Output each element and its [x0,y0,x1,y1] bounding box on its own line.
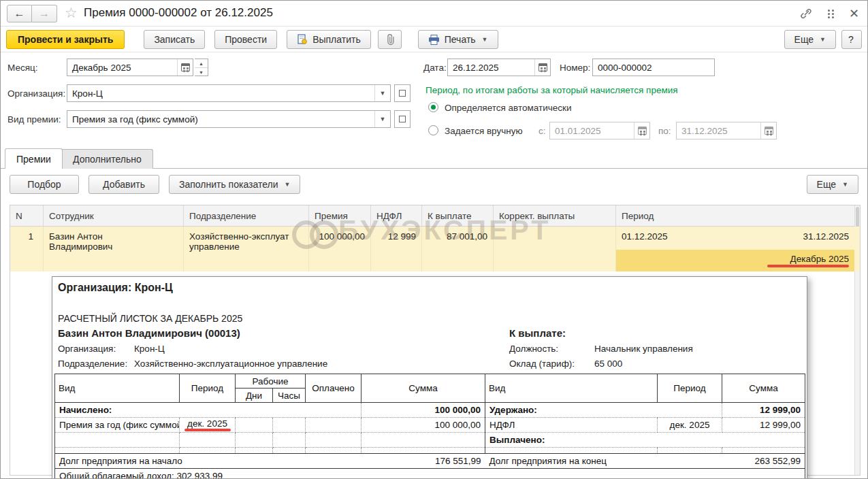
date-label: Дата: [423,63,447,73]
cell-ndfl[interactable]: 12 999 [371,227,422,271]
document-window: ← → ☆ Премия 0000-000002 от 26.12.2025 ✕… [0,0,868,479]
organization-open-button[interactable] [394,84,411,102]
stepper-down-icon[interactable]: ▼ [195,68,208,77]
bonus-type-label: Вид премии: [7,114,61,125]
ps-col-paid: Оплачено [306,374,361,403]
period-from-calendar-button[interactable] [634,122,649,139]
post-and-close-button[interactable]: Провести и закрыть [6,30,125,49]
ps-accrued-total: 100 000,00 [361,403,485,418]
red-underline-annotation [184,429,231,431]
month-calendar-button[interactable] [177,59,193,76]
calendar-icon [638,127,647,135]
organization-field[interactable]: Крон-Ц ▼ [67,84,391,102]
bonus-type-field[interactable]: Премия за год (фикс суммой) ▼ [67,110,391,128]
chevron-down-icon: ▼ [285,181,291,188]
attachments-button[interactable] [378,30,402,49]
nav-history-group: ← → [7,5,57,22]
bonus-type-open-button[interactable] [394,110,411,128]
payslip-table: Вид Период Рабочие Оплачено Сумма Вид Пе… [54,374,805,479]
cell-period[interactable]: 01.12.2025 31.12.2025 Декабрь 2025 [616,227,854,271]
cell-employee[interactable]: Базин Антон Владимирович [44,227,184,271]
period-to-calendar-button[interactable] [760,122,776,139]
grid-toolbar: Подбор Добавить Заполнить показатели ▼ Е… [10,175,858,198]
table-row[interactable]: 1 Базин Антон Владимирович Хозяйственно-… [10,227,860,271]
payslip-dept-label: Подразделение: [58,359,127,369]
payslip-salary-label: Оклад (тариф): [509,359,575,369]
cell-to-pay[interactable]: 87 001,00 [422,227,494,271]
ps-taxable-total: Общий облагаемый доход: 302 933,99 [55,469,805,479]
open-in-form-icon [399,116,406,122]
add-button[interactable]: Добавить [89,175,159,194]
ps-col-period: Период [180,374,236,403]
col-header-ndfl[interactable]: НДФЛ [371,205,422,226]
col-header-pay-correction[interactable]: Коррект. выплаты [494,205,616,226]
date-field[interactable]: 26.12.2025 [447,59,551,76]
toolbar-more-button[interactable]: Еще ▼ [784,30,836,49]
ps-accrual-name: Премия за год (фикс суммой) [55,418,180,433]
col-header-department[interactable]: Подразделение [184,205,309,226]
period-to-label: по: [658,126,671,136]
bonus-type-dropdown-button[interactable]: ▼ [374,111,390,127]
period-manual-radio[interactable] [428,125,438,135]
calendar-icon [765,127,773,135]
chevron-down-icon: ▼ [380,116,386,122]
cell-pay-correction[interactable] [494,227,616,271]
tab-bonuses[interactable]: Премии [5,148,63,169]
col-header-period[interactable]: Период [616,205,854,226]
write-button[interactable]: Записать [144,30,205,49]
period-auto-radio[interactable] [428,102,438,112]
period-from-field[interactable]: 01.01.2025 [549,122,650,139]
payslip-position-label: Должность: [509,344,558,354]
close-icon[interactable]: ✕ [849,7,859,20]
payslip-window: Организация: Крон-Ц РАСЧЕТНЫЙ ЛИСТОК ЗА … [52,276,807,479]
month-field[interactable]: Декабрь 2025 [67,59,193,76]
ps-col-period2: Период [658,374,722,403]
post-button[interactable]: Провести [214,30,277,49]
grid-more-button[interactable]: Еще ▼ [807,175,858,194]
pay-button[interactable]: Выплатить [287,30,371,49]
tab-additional[interactable]: Дополнительно [61,149,153,169]
cell-department[interactable]: Хозяйственно-эксплуат управление [184,227,309,271]
more-menu-icon[interactable] [828,10,834,18]
number-field[interactable]: 0000-000002 [592,59,715,76]
ps-accrual-period: дек. 2025 [180,418,236,433]
back-arrow-icon: ← [14,7,25,20]
cell-period-to[interactable]: 31.12.2025 [803,231,849,250]
payslip-org-label: Организация: [58,344,116,354]
ps-withheld-total: 12 999,00 [722,403,805,418]
date-calendar-button[interactable] [534,59,550,76]
payslip-position-value: Начальник управления [594,344,693,354]
chevron-down-icon: ▼ [842,181,848,188]
link-icon[interactable] [799,7,813,20]
title-bar: ← → ☆ Премия 0000-000002 от 26.12.2025 ✕ [1,1,867,27]
cell-period-from[interactable]: 01.12.2025 [622,231,668,250]
ps-col-days: Дни [236,389,273,403]
stepper-up-icon[interactable]: ▲ [195,59,208,68]
calendar-icon [539,63,547,71]
period-section-title: Период, по итогам работы за который начи… [425,85,678,95]
forward-button[interactable]: → [32,5,57,22]
period-to-field[interactable]: 31.12.2025 [676,122,777,139]
month-stepper[interactable]: ▲ ▼ [195,59,208,76]
organization-dropdown-button[interactable]: ▼ [374,85,390,101]
table-header-row: N Сотрудник Подразделение Премия НДФЛ К … [10,205,860,227]
col-header-employee[interactable]: Сотрудник [44,205,184,226]
cell-bonus[interactable]: 100 000,00 [309,227,371,271]
cell-n[interactable]: 1 [10,227,44,271]
col-header-bonus[interactable]: Премия [309,205,371,226]
col-header-to-pay[interactable]: К выплате [422,205,494,226]
col-header-n[interactable]: N [10,205,44,226]
ps-withheld-label: Удержано: [485,403,722,418]
ps-col-sum2: Сумма [722,374,805,403]
print-button[interactable]: Печать ▼ [418,30,498,49]
fill-indicators-button[interactable]: Заполнить показатели ▼ [169,175,300,194]
ps-paid-label: Выплачено: [485,433,805,448]
favorite-star-icon[interactable]: ☆ [65,5,78,21]
help-button[interactable]: ? [841,30,862,49]
cell-period-month[interactable]: Декабрь 2025 [616,250,854,271]
payslip-salary-value: 65 000 [594,359,622,369]
back-button[interactable]: ← [7,5,32,22]
payslip-org-value: Крон-Ц [134,344,165,354]
printer-icon [428,35,440,45]
pick-button[interactable]: Подбор [10,175,79,194]
